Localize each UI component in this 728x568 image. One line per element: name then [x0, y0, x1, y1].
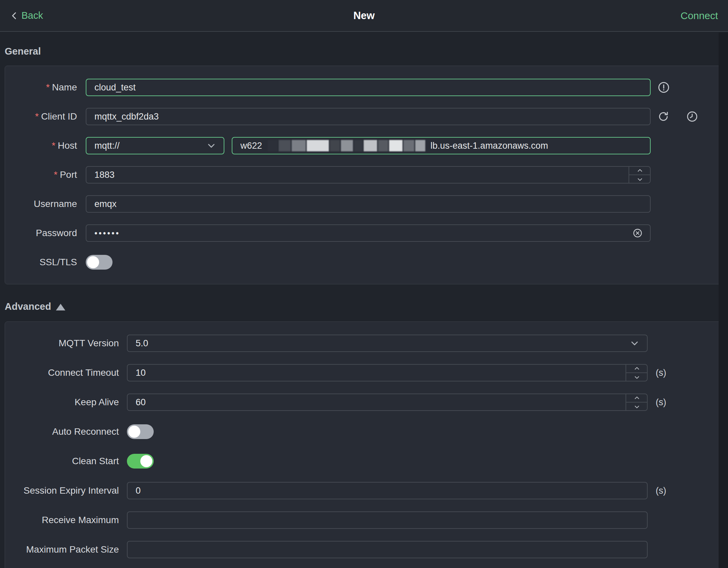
chevron-down-icon [206, 141, 216, 151]
password-value: •••••• [94, 228, 120, 238]
name-value: cloud_test [94, 82, 136, 93]
session-expiry-input[interactable]: 0 [127, 482, 648, 499]
name-input[interactable]: cloud_test [86, 79, 651, 96]
username-label: Username [5, 199, 77, 209]
port-input[interactable]: 1883 [86, 166, 651, 184]
seconds-unit: (s) [656, 486, 666, 496]
seconds-unit: (s) [656, 397, 666, 408]
auto-reconnect-toggle[interactable] [127, 424, 154, 439]
username-input[interactable]: emqx [86, 195, 651, 213]
username-row: Username emqx [5, 195, 723, 213]
host-address-input[interactable]: w622 lb.us-east-1.amazonaws.com [232, 137, 651, 154]
number-spinner [629, 166, 651, 184]
auto-reconnect-label: Auto Reconnect [5, 426, 119, 437]
username-value: emqx [94, 199, 117, 209]
warning-circle-icon[interactable] [657, 81, 670, 94]
port-label: *Port [5, 169, 77, 180]
connect-timeout-row: Connect Timeout 10 (s) [5, 364, 723, 381]
password-row: Password •••••• [5, 224, 723, 242]
connection-form: General *Name cloud_test *Client ID [0, 46, 728, 568]
toggle-knob [87, 256, 99, 268]
password-label: Password [5, 228, 77, 238]
client-id-label: *Client ID [5, 111, 77, 122]
general-section-title: General [5, 46, 723, 57]
ssl-toggle[interactable] [86, 255, 113, 270]
host-protocol-value: mqtt:// [94, 141, 120, 151]
keep-alive-row: Keep Alive 60 (s) [5, 394, 723, 411]
scrollbar-track[interactable] [719, 32, 728, 568]
required-marker: * [52, 140, 56, 151]
toggle-knob [128, 426, 140, 438]
max-packet-size-input[interactable] [127, 541, 648, 558]
connect-button[interactable]: Connect [680, 10, 718, 21]
auto-reconnect-row: Auto Reconnect [5, 423, 723, 440]
password-input[interactable]: •••••• [86, 224, 651, 242]
receive-maximum-input[interactable] [127, 511, 648, 529]
required-marker: * [54, 169, 58, 180]
client-id-row: *Client ID mqttx_cdbf2da3 [5, 108, 723, 125]
clean-start-toggle[interactable] [127, 454, 154, 469]
name-label: *Name [5, 82, 77, 93]
ssl-label: SSL/TLS [5, 257, 77, 268]
toggle-knob [140, 455, 152, 467]
ssl-row: SSL/TLS [5, 254, 723, 271]
clean-start-label: Clean Start [5, 456, 119, 467]
spinner-down-button[interactable] [626, 373, 648, 381]
chevron-down-icon [630, 338, 640, 348]
number-spinner [626, 394, 648, 411]
mqtt-version-select[interactable]: 5.0 [127, 335, 648, 352]
name-row: *Name cloud_test [5, 79, 723, 96]
collapse-arrow-icon [56, 304, 65, 310]
connect-timeout-input[interactable]: 10 [127, 364, 648, 381]
clear-circle-icon[interactable] [633, 228, 643, 238]
back-button[interactable]: Back [10, 10, 43, 21]
clean-start-row: Clean Start [5, 452, 723, 470]
client-id-value: mqttx_cdbf2da3 [94, 112, 159, 122]
port-row: *Port 1883 [5, 166, 723, 184]
host-label: *Host [5, 140, 77, 151]
port-value: 1883 [94, 170, 115, 180]
seconds-unit: (s) [656, 368, 666, 378]
session-expiry-label: Session Expiry Interval [5, 485, 119, 496]
chevron-left-icon [10, 11, 19, 21]
host-row: *Host mqtt:// w622 lb.us-east-1.amazonaw… [5, 137, 723, 154]
general-card: *Name cloud_test *Client ID mqttx_cdbf2d… [5, 66, 723, 284]
spinner-down-button[interactable] [626, 403, 648, 411]
receive-maximum-label: Receive Maximum [5, 515, 119, 525]
back-label: Back [21, 10, 43, 21]
host-protocol-select[interactable]: mqtt:// [86, 137, 224, 154]
mqtt-version-value: 5.0 [136, 338, 148, 349]
host-redacted-area [268, 140, 425, 151]
host-prefix: w622 [240, 141, 262, 151]
advanced-section-title[interactable]: Advanced [5, 301, 723, 312]
spinner-up-button[interactable] [626, 394, 648, 403]
required-marker: * [35, 111, 39, 122]
keep-alive-label: Keep Alive [5, 397, 119, 408]
session-expiry-value: 0 [136, 486, 141, 496]
mqtt-version-row: MQTT Version 5.0 [5, 335, 723, 352]
keep-alive-value: 60 [136, 397, 146, 408]
spinner-down-button[interactable] [629, 175, 651, 184]
max-packet-size-row: Maximum Packet Size [5, 541, 723, 558]
max-packet-size-label: Maximum Packet Size [5, 544, 119, 555]
refresh-icon[interactable] [657, 111, 669, 123]
mqtt-version-label: MQTT Version [5, 338, 119, 349]
page-title: New [0, 10, 728, 22]
advanced-card: MQTT Version 5.0 Connect Timeout 10 [5, 322, 723, 568]
host-suffix: lb.us-east-1.amazonaws.com [431, 141, 548, 151]
client-id-input[interactable]: mqttx_cdbf2da3 [86, 108, 651, 125]
connect-timeout-value: 10 [136, 368, 146, 378]
spinner-up-button[interactable] [626, 364, 648, 373]
receive-maximum-row: Receive Maximum [5, 511, 723, 529]
connect-timeout-label: Connect Timeout [5, 367, 119, 378]
session-expiry-row: Session Expiry Interval 0 (s) [5, 482, 723, 499]
top-bar: Back New Connect [0, 0, 728, 32]
history-clock-icon[interactable] [686, 111, 698, 123]
number-spinner [626, 364, 648, 381]
keep-alive-input[interactable]: 60 [127, 394, 648, 411]
spinner-up-button[interactable] [629, 166, 651, 175]
required-marker: * [46, 82, 50, 92]
